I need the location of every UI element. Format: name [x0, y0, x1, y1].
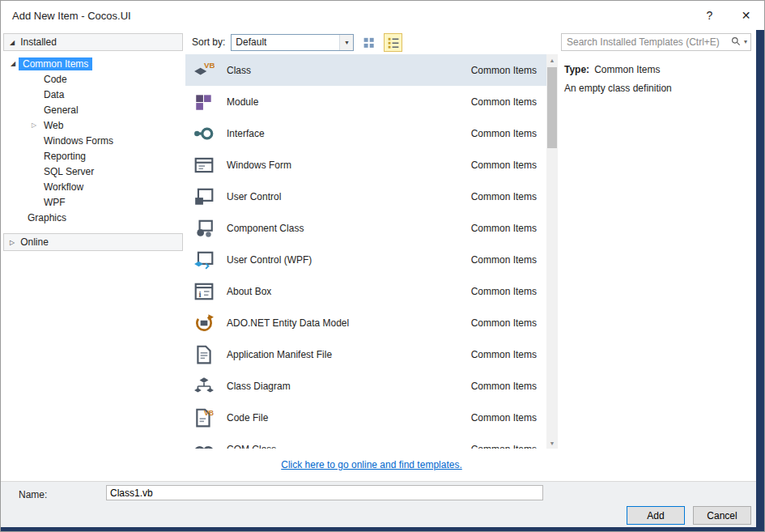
chevron-down-icon[interactable]: ▼ [339, 35, 353, 50]
cancel-button[interactable]: Cancel [693, 506, 751, 525]
sidebar-item-common-items[interactable]: ◢ Common Items [1, 56, 185, 71]
template-panel: Sort by: Default ▼ Class Common [185, 30, 558, 481]
dialog-body: ◢ Installed ◢ Common Items Code Data Gen… [1, 30, 756, 481]
collapsed-icon: ▷ [28, 121, 40, 129]
template-row-application-manifest[interactable]: Application Manifest File Common Items [185, 338, 546, 370]
code-file-icon [193, 407, 215, 428]
sidebar-item-wpf[interactable]: WPF [1, 194, 185, 210]
sidebar-item-reporting[interactable]: Reporting [1, 148, 185, 164]
name-input[interactable] [106, 485, 543, 500]
list-view-button[interactable] [384, 33, 402, 52]
search-icon[interactable] [730, 36, 742, 47]
help-button[interactable]: ? [691, 1, 728, 30]
sidebar-item-windows-forms[interactable]: Windows Forms [1, 133, 185, 148]
template-row-class-diagram[interactable]: Class Diagram Common Items [185, 370, 546, 402]
interface-icon [193, 123, 215, 144]
grid-view-icon [359, 36, 380, 49]
sort-by-dropdown[interactable]: Default ▼ [231, 34, 354, 51]
sidebar-item-general[interactable]: General [1, 102, 185, 117]
add-new-item-dialog: Add New Item - Cocos.UI ? ✕ ◢ Installed … [0, 0, 765, 532]
titlebar[interactable]: Add New Item - Cocos.UI ? ✕ [1, 1, 764, 30]
category-tree: ◢ Common Items Code Data General ▷ Web W [1, 56, 185, 225]
name-label: Name: [19, 489, 47, 500]
details-panel: ▾ Type: Common Items An empty class defi… [558, 30, 756, 481]
application-manifest-icon [193, 344, 215, 365]
scrollbar-thumb[interactable] [547, 67, 557, 148]
windows-form-icon [193, 155, 215, 176]
sidebar-section-installed[interactable]: ◢ Installed [3, 33, 183, 51]
user-control-icon [193, 186, 215, 207]
list-scrollbar[interactable]: ▲ ▼ [546, 54, 558, 449]
add-button[interactable]: Add [627, 506, 685, 525]
expanded-icon: ◢ [7, 60, 19, 67]
type-label: Type: [564, 64, 589, 75]
titlebar-buttons: ? ✕ [691, 1, 764, 30]
dialog-footer: Name: Add Cancel [1, 481, 756, 527]
template-row-about-box[interactable]: About Box Common Items [185, 275, 546, 307]
search-icons: ▾ [730, 36, 747, 47]
sidebar-item-web[interactable]: ▷ Web [1, 117, 185, 133]
template-row-user-control[interactable]: User Control Common Items [185, 181, 546, 212]
sidebar-item-workflow[interactable]: Workflow [1, 179, 185, 194]
template-details: Type: Common Items An empty class defini… [561, 64, 751, 94]
com-class-icon [193, 439, 215, 449]
close-button[interactable]: ✕ [728, 1, 764, 30]
sort-by-value: Default [232, 36, 339, 48]
scroll-up-icon[interactable]: ▲ [546, 54, 558, 66]
list-toolbar: Sort by: Default ▼ [185, 30, 558, 54]
online-header-label: Online [20, 236, 49, 248]
template-list-items: Class Common Items Module Common Items I… [185, 54, 546, 449]
template-row-component-class[interactable]: Component Class Common Items [185, 212, 546, 244]
template-row-module[interactable]: Module Common Items [185, 86, 546, 117]
sidebar-item-graphics[interactable]: Graphics [1, 210, 185, 225]
sort-by-label: Sort by: [192, 36, 225, 48]
template-row-windows-form[interactable]: Windows Form Common Items [185, 149, 546, 181]
template-row-code-file[interactable]: Code File Common Items [185, 402, 546, 433]
template-row-interface[interactable]: Interface Common Items [185, 117, 546, 149]
sidebar-section-online[interactable]: ▷ Online [3, 233, 183, 251]
medium-icons-view-button[interactable] [359, 33, 378, 52]
entity-data-model-icon [193, 313, 215, 334]
collapsed-icon: ▷ [10, 239, 15, 246]
dialog-title: Add New Item - Cocos.UI [12, 10, 131, 22]
window-right-edge [756, 30, 764, 531]
scroll-down-icon[interactable]: ▼ [546, 437, 558, 449]
class-diagram-icon [193, 376, 215, 397]
sidebar-item-sql-server[interactable]: SQL Server [1, 164, 185, 179]
template-row-entity-data-model[interactable]: ADO.NET Entity Data Model Common Items [185, 307, 546, 338]
search-input[interactable] [561, 33, 751, 51]
search-options-icon[interactable]: ▾ [744, 38, 747, 45]
expanded-icon: ◢ [10, 39, 15, 46]
template-search: ▾ [561, 33, 751, 51]
sidebar-item-data[interactable]: Data [1, 87, 185, 102]
component-class-icon [193, 218, 215, 239]
class-icon [193, 60, 215, 81]
about-box-icon [193, 281, 215, 302]
module-icon [193, 92, 215, 113]
template-description: An empty class definition [564, 83, 751, 94]
user-control-wpf-icon [193, 249, 215, 270]
type-value: Common Items [594, 64, 660, 75]
template-row-com-class[interactable]: COM Class Common Items [185, 433, 546, 449]
window-bottom-edge [1, 527, 764, 531]
sidebar-item-code[interactable]: Code [1, 71, 185, 87]
template-row-user-control-wpf[interactable]: User Control (WPF) Common Items [185, 244, 546, 275]
online-templates-link[interactable]: Click here to go online and find templat… [281, 459, 461, 470]
template-row-class[interactable]: Class Common Items [185, 54, 546, 86]
list-view-icon [383, 36, 404, 49]
online-templates-footer: Click here to go online and find templat… [185, 449, 558, 481]
template-list: Class Common Items Module Common Items I… [185, 54, 558, 449]
installed-header-label: Installed [20, 36, 57, 48]
category-sidebar: ◢ Installed ◢ Common Items Code Data Gen… [1, 30, 185, 481]
